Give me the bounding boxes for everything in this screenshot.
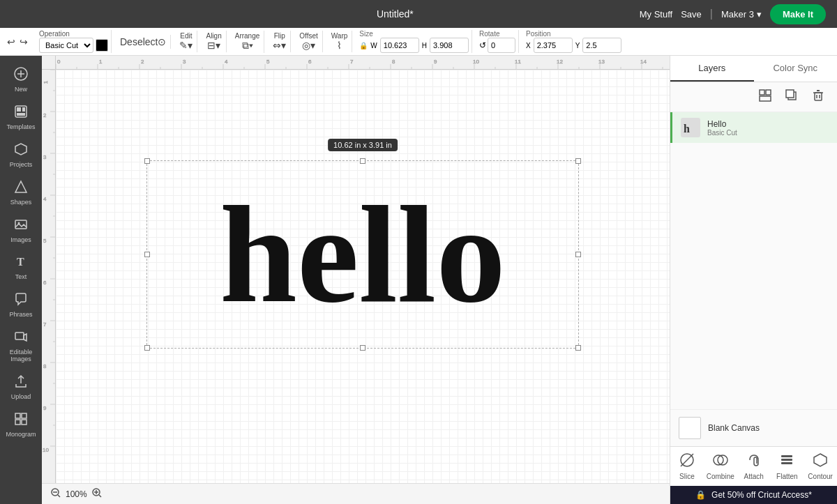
flip-button[interactable]: Flip ⇔▾ (271, 31, 287, 52)
zoom-out-button[interactable] (50, 487, 61, 501)
promo-icon: 🔒 (695, 490, 706, 500)
blank-canvas-row: Blank Canvas (670, 409, 837, 446)
svg-text:7: 7 (43, 321, 47, 328)
handle-top-mid[interactable] (360, 158, 365, 164)
duplicate-button[interactable] (781, 88, 802, 106)
svg-text:13: 13 (598, 59, 605, 65)
svg-text:h: h (684, 123, 690, 135)
svg-text:9: 9 (434, 59, 437, 65)
position-x-label: X (526, 42, 531, 49)
group-button[interactable] (755, 88, 776, 106)
operation-select[interactable]: Basic Cut (39, 38, 93, 53)
offset-group: Offset ◎▾ (295, 31, 323, 52)
editable-images-icon (14, 330, 28, 347)
sidebar-item-monogram[interactable]: Monogram (0, 406, 42, 444)
undo-button[interactable]: ↩ (6, 35, 17, 49)
svg-text:11: 11 (515, 59, 521, 65)
size-label: Size (359, 30, 469, 38)
promo-banner[interactable]: 🔒 Get 50% off Cricut Access* (670, 486, 837, 504)
phrases-icon (14, 292, 28, 310)
handle-bottom-right[interactable] (575, 345, 581, 351)
sidebar-item-editable-images[interactable]: Editable Images (0, 324, 42, 369)
position-group: Position X Y (523, 30, 624, 53)
handle-right-mid[interactable] (575, 252, 581, 257)
chevron-down-icon: ▾ (757, 9, 762, 20)
combine-tool[interactable]: Combine (704, 447, 737, 486)
svg-text:3: 3 (183, 59, 186, 65)
sidebar-item-images[interactable]: Images (0, 212, 42, 250)
attach-tool[interactable]: Attach (737, 447, 771, 486)
sidebar-item-images-label: Images (10, 237, 31, 244)
warp-button[interactable]: Warp ⌇ (330, 31, 349, 52)
svg-text:2: 2 (141, 59, 144, 65)
svg-rect-105 (815, 93, 822, 100)
my-stuff-link[interactable]: My Stuff (640, 9, 672, 20)
color-swatch[interactable] (96, 39, 108, 52)
svg-rect-6 (17, 113, 25, 116)
zoom-in-button[interactable] (91, 487, 103, 501)
machine-selector[interactable]: Maker 3 ▾ (721, 9, 762, 20)
sidebar-item-shapes[interactable]: Shapes (0, 174, 42, 212)
deselect-group: Deselect ⊙ (116, 35, 171, 49)
sidebar-item-templates[interactable]: Templates (0, 99, 42, 137)
deselect-button[interactable]: Deselect ⊙ (119, 35, 167, 49)
handle-top-right[interactable] (575, 158, 581, 164)
size-w-input[interactable] (380, 38, 419, 53)
layer-item-hello[interactable]: h Hello Basic Cut (670, 112, 837, 143)
position-y-input[interactable] (582, 38, 621, 53)
sidebar-item-new[interactable]: New (0, 61, 42, 99)
handle-left-mid[interactable] (144, 252, 150, 257)
align-button[interactable]: Align ⊟▾ (204, 31, 223, 52)
handle-bottom-left[interactable] (144, 345, 150, 351)
canvas-grid[interactable]: 10.62 in x 3.91 in hello (56, 70, 670, 483)
svg-text:5: 5 (266, 59, 270, 65)
handle-bottom-mid[interactable] (360, 345, 365, 351)
hello-selection-box[interactable]: 10.62 in x 3.91 in hello (146, 160, 579, 349)
sidebar-item-upload-label: Upload (11, 394, 31, 401)
make-it-button[interactable]: Make It (770, 4, 826, 24)
svg-text:14: 14 (640, 59, 647, 65)
sidebar-item-phrases[interactable]: Phrases (0, 287, 42, 324)
flatten-tool[interactable]: Flatten (771, 447, 804, 486)
hello-text-element[interactable]: hello (147, 161, 578, 348)
shapes-icon (14, 180, 28, 197)
svg-text:12: 12 (557, 59, 563, 65)
svg-rect-13 (22, 413, 27, 418)
handle-top-left[interactable] (144, 158, 150, 164)
offset-button[interactable]: Offset ◎▾ (298, 31, 319, 52)
right-panel: Layers Color Sync h (670, 56, 837, 504)
text-icon: T (14, 254, 28, 272)
machine-name: Maker 3 (721, 9, 754, 20)
contour-tool[interactable]: Contour (804, 447, 837, 486)
position-x-input[interactable] (534, 38, 573, 53)
slice-tool[interactable]: Slice (670, 447, 704, 486)
top-bar-right: My Stuff Save | Maker 3 ▾ Make It (640, 4, 826, 24)
svg-rect-101 (766, 90, 771, 95)
arrange-button[interactable]: Arrange ⧉▾ (234, 31, 262, 53)
svg-rect-100 (760, 90, 764, 95)
toolbar: ↩ ↪ Operation Basic Cut Deselect ⊙ Edit … (0, 28, 837, 56)
slice-label: Slice (679, 473, 695, 480)
svg-text:6: 6 (43, 280, 47, 286)
blank-canvas-label: Blank Canvas (708, 423, 760, 433)
svg-text:T: T (17, 256, 24, 268)
sidebar-item-upload[interactable]: Upload (0, 369, 42, 406)
rotate-input[interactable] (488, 38, 515, 53)
tab-color-sync[interactable]: Color Sync (754, 56, 838, 82)
attach-label: Attach (744, 473, 763, 480)
delete-button[interactable] (808, 88, 829, 106)
svg-rect-104 (786, 90, 794, 98)
size-h-input[interactable] (430, 38, 469, 53)
redo-button[interactable]: ↪ (18, 35, 29, 49)
edit-button[interactable]: Edit ✎▾ (178, 31, 194, 52)
svg-text:8: 8 (392, 59, 395, 65)
sidebar-item-projects[interactable]: Projects (0, 137, 42, 174)
save-button[interactable]: Save (681, 9, 702, 20)
sidebar-item-shapes-label: Shapes (10, 199, 32, 206)
sidebar-item-text[interactable]: T Text (0, 249, 42, 287)
offset-icon: ◎▾ (302, 40, 315, 51)
left-sidebar: New Templates Projects Shapes Images (0, 56, 42, 504)
canvas-area[interactable]: 0 1 2 3 4 5 6 7 8 9 10 11 12 13 14 15 (42, 56, 670, 504)
svg-rect-4 (17, 107, 21, 112)
tab-layers[interactable]: Layers (670, 56, 754, 82)
